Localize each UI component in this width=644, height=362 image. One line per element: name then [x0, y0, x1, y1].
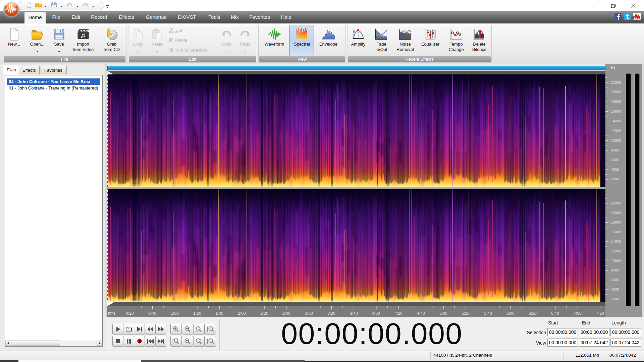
svg-text:1:40: 1:40	[215, 311, 223, 316]
svg-text:10000: 10000	[611, 259, 621, 263]
svg-text:2000: 2000	[611, 177, 619, 181]
svg-text:8000: 8000	[611, 148, 619, 152]
svg-text:10000: 10000	[611, 138, 621, 142]
svg-text:8000: 8000	[611, 268, 619, 272]
svg-text:1:20: 1:20	[193, 311, 201, 316]
svg-text:16000: 16000	[611, 109, 621, 113]
svg-text:14000: 14000	[611, 239, 621, 243]
svg-text:5:20: 5:20	[462, 311, 470, 316]
svg-text:4:40: 4:40	[417, 311, 425, 316]
svg-text:[: [	[172, 339, 174, 344]
svg-text:22000: 22000	[611, 80, 621, 84]
svg-text:14000: 14000	[611, 119, 621, 123]
svg-text:1:00: 1:00	[171, 311, 179, 316]
svg-text:20000: 20000	[611, 90, 621, 94]
svg-text:2000: 2000	[611, 297, 619, 301]
svg-text:]: ]	[200, 339, 202, 344]
svg-text:3:00: 3:00	[305, 311, 313, 316]
svg-text:6000: 6000	[611, 278, 619, 282]
svg-text:4000: 4000	[611, 168, 619, 172]
svg-text:22000: 22000	[611, 201, 621, 205]
svg-text:Hz: Hz	[611, 65, 615, 69]
svg-text:4:20: 4:20	[394, 311, 402, 316]
svg-text:12000: 12000	[611, 249, 621, 253]
svg-text:hms: hms	[108, 311, 116, 316]
svg-text:Tube: Tube	[634, 17, 640, 20]
svg-text:5:00: 5:00	[439, 311, 447, 316]
svg-text:2:40: 2:40	[282, 311, 290, 316]
svg-text:7:20: 7:20	[596, 311, 604, 316]
svg-text:6000: 6000	[611, 158, 619, 162]
svg-text:2:00: 2:00	[238, 311, 246, 316]
svg-text:You: You	[635, 13, 639, 16]
svg-text:18000: 18000	[611, 100, 621, 104]
svg-text:7:00: 7:00	[574, 311, 582, 316]
svg-text:0:40: 0:40	[148, 311, 156, 316]
svg-text:100: 100	[196, 330, 199, 333]
svg-text:6:20: 6:20	[529, 311, 537, 316]
svg-text:6:40: 6:40	[551, 311, 559, 316]
svg-text:3:40: 3:40	[350, 311, 358, 316]
svg-text:4000: 4000	[611, 287, 619, 291]
svg-text:2:20: 2:20	[260, 311, 268, 316]
svg-text:4:00: 4:00	[372, 311, 380, 316]
svg-text:12000: 12000	[611, 129, 621, 133]
svg-text:20000: 20000	[611, 211, 621, 215]
svg-text:0:20: 0:20	[126, 311, 134, 316]
svg-text:5:40: 5:40	[484, 311, 492, 316]
svg-text:6:00: 6:00	[506, 311, 515, 316]
svg-text:18000: 18000	[611, 220, 621, 224]
svg-text:3:20: 3:20	[327, 311, 335, 316]
svg-text:16000: 16000	[611, 230, 621, 234]
